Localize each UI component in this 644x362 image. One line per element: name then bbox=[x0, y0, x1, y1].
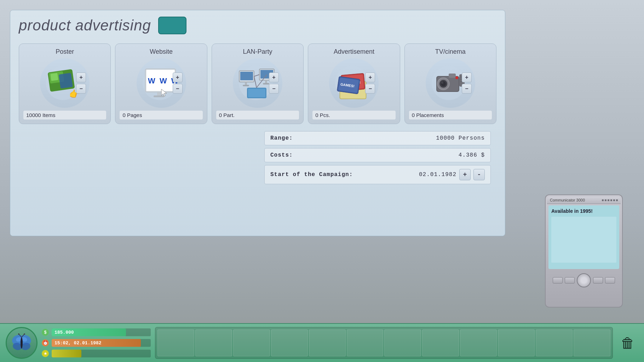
communicator-title: Communicator 3000 bbox=[550, 198, 585, 202]
communicator-device: Communicator 3000 Available in 1995! bbox=[545, 194, 623, 308]
range-row: Range: 10000 Persons bbox=[264, 131, 491, 145]
lan-icon-area: + − bbox=[233, 58, 282, 108]
svg-point-44 bbox=[441, 82, 443, 84]
comm-btn-2[interactable] bbox=[565, 277, 575, 284]
taskbar-cell-3 bbox=[233, 329, 270, 356]
info-panel: Range: 10000 Persons Costs: 4.386 $ Star… bbox=[264, 131, 491, 187]
poster-icon-area: 👉 + − bbox=[40, 58, 90, 108]
taskbar-cell-6 bbox=[347, 329, 384, 356]
tv-increment[interactable]: + bbox=[462, 72, 472, 82]
website-icon-area: W W W + − bbox=[137, 58, 186, 108]
website-value: 0 Pages bbox=[120, 111, 202, 119]
time-icon: ⏰ bbox=[42, 339, 49, 346]
star-icon: ★ bbox=[42, 350, 49, 357]
tv-icon-area: + − bbox=[426, 58, 475, 108]
trash-icon[interactable]: 🗑 bbox=[621, 335, 635, 351]
available-text: Available in 1995! bbox=[551, 208, 593, 214]
taskbar-cell-12 bbox=[574, 329, 610, 356]
poster-card[interactable]: Poster 👉 + − 10000 Items bbox=[19, 43, 111, 124]
svg-point-47 bbox=[455, 76, 458, 79]
butterfly-icon bbox=[11, 332, 32, 354]
lan-card-controls: + − bbox=[269, 72, 279, 94]
comm-btn-3[interactable] bbox=[593, 277, 603, 284]
lan-card-title: LAN-Party bbox=[243, 48, 272, 56]
campaign-decrement[interactable]: - bbox=[473, 169, 485, 180]
butterfly-button[interactable] bbox=[6, 327, 38, 359]
money-value: 185.000 bbox=[54, 330, 74, 335]
website-card[interactable]: Website W W W + − bbox=[115, 43, 207, 124]
taskbar-cell-2 bbox=[195, 329, 232, 356]
header-button[interactable] bbox=[158, 17, 186, 34]
communicator-header: Communicator 3000 bbox=[547, 197, 621, 204]
dot-2 bbox=[605, 199, 606, 201]
dot-4 bbox=[610, 199, 612, 201]
svg-rect-20 bbox=[265, 80, 267, 83]
campaign-row: Start of the Campaign: 02.01.1982 + - bbox=[264, 165, 491, 184]
campaign-label: Start of the Campaign: bbox=[270, 171, 419, 178]
svg-rect-11 bbox=[154, 95, 164, 97]
taskbar-cell-1 bbox=[157, 329, 194, 356]
tv-card-controls: + − bbox=[462, 72, 472, 94]
poster-card-title: Poster bbox=[56, 48, 74, 56]
advertisement-increment[interactable]: + bbox=[365, 72, 375, 82]
poster-card-controls: + − bbox=[76, 72, 86, 94]
campaign-increment[interactable]: + bbox=[459, 169, 471, 180]
lan-increment[interactable]: + bbox=[269, 72, 279, 82]
tv-card-title: TV/cinema bbox=[435, 48, 466, 56]
dot-3 bbox=[608, 199, 609, 201]
costs-label: Costs: bbox=[270, 152, 459, 158]
panel-header: product advertising bbox=[10, 10, 505, 41]
tv-decrement[interactable]: − bbox=[462, 84, 472, 94]
money-fill: 185.000 bbox=[52, 328, 126, 336]
stars-row: ★ bbox=[42, 349, 151, 358]
advertisement-decrement[interactable]: − bbox=[365, 84, 375, 94]
trash-area: 🗑 bbox=[617, 335, 638, 351]
taskbar-cell-4 bbox=[271, 329, 308, 356]
taskbar-cell-8 bbox=[422, 329, 459, 356]
svg-rect-21 bbox=[263, 83, 269, 84]
svg-point-61 bbox=[24, 333, 25, 335]
time-bar: 15:02, 02.01.1982 bbox=[52, 339, 151, 347]
time-value: 15:02, 02.01.1982 bbox=[54, 340, 102, 346]
taskbar-cell-10 bbox=[498, 329, 535, 356]
main-panel: product advertising Poster 👉 + bbox=[10, 10, 505, 236]
range-label: Range: bbox=[270, 135, 436, 141]
campaign-controls: 02.01.1982 + - bbox=[419, 169, 485, 180]
costs-row: Costs: 4.386 $ bbox=[264, 148, 491, 162]
taskbar-cell-7 bbox=[384, 329, 421, 356]
lan-card[interactable]: LAN-Party bbox=[212, 43, 304, 124]
taskbar-main-area bbox=[155, 327, 613, 359]
svg-point-57 bbox=[21, 337, 23, 349]
info-section: Range: 10000 Persons Costs: 4.386 $ Star… bbox=[10, 124, 505, 187]
svg-rect-15 bbox=[240, 72, 253, 80]
poster-value: 10000 Items bbox=[23, 111, 106, 119]
svg-rect-45 bbox=[449, 74, 456, 78]
comm-circle-btn[interactable] bbox=[577, 273, 591, 287]
website-card-controls: + − bbox=[173, 72, 183, 94]
money-bar: 185.000 bbox=[52, 328, 151, 336]
tv-value: 0 Placements bbox=[409, 111, 492, 119]
dot-6 bbox=[616, 199, 618, 201]
svg-rect-23 bbox=[248, 89, 265, 97]
poster-decrement[interactable]: − bbox=[76, 84, 86, 94]
advertisement-card[interactable]: Advertisement GAMES! GAMES! GAMES! bbox=[308, 43, 400, 124]
poster-increment[interactable]: + bbox=[76, 72, 86, 82]
lan-decrement[interactable]: − bbox=[269, 84, 279, 94]
website-decrement[interactable]: − bbox=[173, 84, 183, 94]
tv-card[interactable]: TV/cinema bbox=[404, 43, 496, 124]
lan-value: 0 Part. bbox=[216, 111, 299, 119]
taskbar-cell-5 bbox=[309, 329, 346, 356]
comm-btn-4[interactable] bbox=[605, 277, 615, 284]
comm-btn-1[interactable] bbox=[553, 277, 563, 284]
website-increment[interactable]: + bbox=[173, 72, 183, 82]
svg-rect-16 bbox=[245, 82, 247, 85]
costs-value: 4.386 $ bbox=[459, 152, 485, 158]
panel-title: product advertising bbox=[19, 17, 151, 34]
range-value: 10000 Persons bbox=[436, 135, 485, 141]
time-row: ⏰ 15:02, 02.01.1982 bbox=[42, 339, 151, 347]
communicator-buttons bbox=[547, 270, 621, 290]
campaign-value: 02.01.1982 bbox=[419, 171, 456, 178]
svg-rect-3 bbox=[50, 73, 58, 81]
taskbar-cell-11 bbox=[536, 329, 573, 356]
advertisement-card-title: Advertisement bbox=[334, 48, 374, 56]
